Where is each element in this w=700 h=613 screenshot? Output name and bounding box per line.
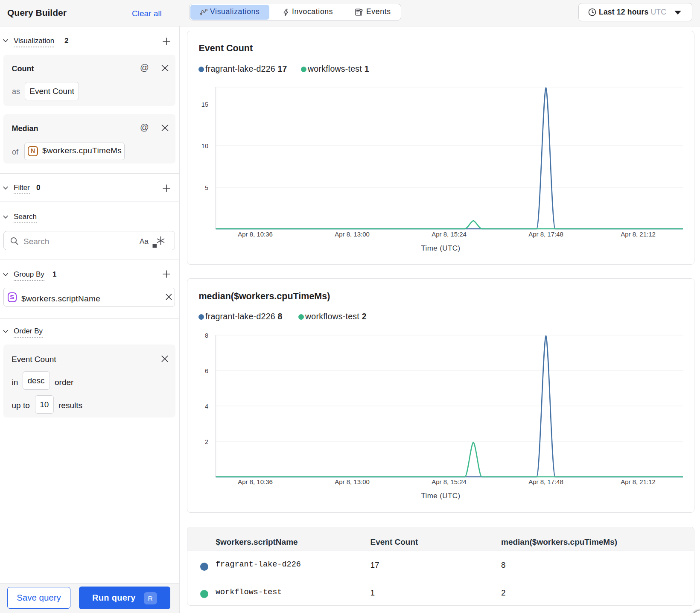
svg-text:Time (UTC): Time (UTC)	[421, 492, 460, 500]
svg-text:Apr 8, 13:00: Apr 8, 13:00	[335, 478, 370, 485]
svg-text:6: 6	[205, 368, 208, 374]
svg-text:Apr 8, 21:12: Apr 8, 21:12	[621, 478, 656, 485]
svg-text:Time (UTC): Time (UTC)	[421, 244, 460, 252]
svg-text:5: 5	[205, 184, 208, 191]
svg-text:Apr 8, 13:00: Apr 8, 13:00	[335, 231, 370, 238]
svg-text:Apr 8, 10:36: Apr 8, 10:36	[238, 231, 273, 238]
svg-text:Apr 8, 21:12: Apr 8, 21:12	[621, 231, 656, 238]
svg-text:4: 4	[205, 403, 208, 410]
svg-text:Apr 8, 15:24: Apr 8, 15:24	[432, 231, 467, 238]
svg-text:8: 8	[205, 332, 208, 339]
svg-text:Apr 8, 17:48: Apr 8, 17:48	[528, 231, 563, 238]
svg-text:Apr 8, 17:48: Apr 8, 17:48	[528, 478, 563, 485]
svg-text:10: 10	[201, 143, 208, 149]
svg-text:Apr 8, 10:36: Apr 8, 10:36	[238, 478, 273, 485]
svg-text:15: 15	[201, 101, 208, 108]
svg-text:Apr 8, 15:24: Apr 8, 15:24	[432, 478, 467, 485]
svg-text:2: 2	[205, 438, 208, 445]
